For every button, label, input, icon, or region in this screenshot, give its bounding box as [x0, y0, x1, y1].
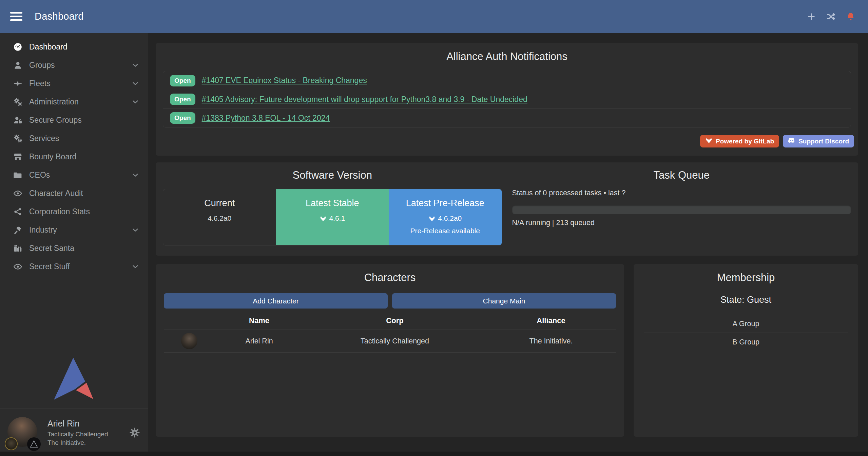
membership-title: Membership: [634, 272, 858, 284]
sidebar-item-label: Secret Stuff: [29, 262, 70, 271]
menu-icon[interactable]: [10, 12, 22, 21]
sidebar-item-secret-stuff[interactable]: Secret Stuff: [0, 257, 148, 276]
store-icon: [12, 152, 23, 161]
top-navbar: Dashboard: [0, 0, 868, 33]
user-info: Ariel Rin Tactically Challenged The Init…: [47, 418, 108, 447]
task-queue-status: Status of 0 processed tasks • last ?: [512, 189, 851, 197]
characters-panel: Characters Add Character Change Main Nam…: [156, 264, 624, 437]
cell-character-corp: Tactically Challenged: [304, 337, 486, 345]
bottom-edge: [0, 452, 868, 456]
notification-link[interactable]: #1407 EVE Equinox Status - Breaking Chan…: [202, 76, 367, 85]
sidebar-item-label: CEOs: [29, 171, 50, 180]
discord-badge[interactable]: Support Discord: [783, 135, 854, 147]
sidebar-item-label: Secure Groups: [29, 116, 82, 125]
chevron-down-icon: [131, 262, 139, 271]
share-nodes-icon: [12, 207, 23, 216]
task-queue-section: Task Queue Status of 0 processed tasks •…: [512, 169, 851, 245]
cell-character-name: Ariel Rin: [215, 337, 304, 345]
version-box-prerelease: Latest Pre-Release 4.6.2a0 Pre-Release a…: [389, 189, 502, 245]
user-lock-icon: [12, 115, 23, 125]
task-queue-progressbar: [512, 205, 851, 214]
status-badge: Open: [170, 94, 195, 105]
sidebar-item-administration[interactable]: Administration: [0, 93, 148, 111]
sidebar-item-secure-groups[interactable]: Secure Groups: [0, 111, 148, 129]
sidebar-item-label: Services: [29, 134, 59, 143]
status-badge: Open: [170, 75, 195, 86]
chevron-down-icon: [131, 171, 139, 179]
sidebar-item-secret-santa[interactable]: Secret Santa: [0, 239, 148, 257]
eye-icon: [12, 262, 23, 271]
notification-link[interactable]: #1383 Python 3.8 EOL - 14 Oct 2024: [202, 114, 330, 123]
notifications-title: Alliance Auth Notifications: [156, 51, 858, 63]
add-character-button[interactable]: Add Character: [164, 293, 388, 309]
task-queue-title: Task Queue: [512, 169, 851, 181]
fighter-jet-icon: [12, 79, 23, 88]
software-version-section: Software Version Current 4.6.2a0 Latest …: [163, 169, 502, 245]
sidebar-item-bounty-board[interactable]: Bounty Board: [0, 147, 148, 166]
alliance-logo: [27, 437, 41, 451]
user-avatar: [7, 415, 41, 450]
column-header-name: Name: [215, 316, 304, 325]
sidebar-item-services[interactable]: Services: [0, 129, 148, 147]
sidebar-item-label: Administration: [29, 97, 79, 106]
sidebar-item-label: Character Audit: [29, 189, 83, 198]
characters-title: Characters: [164, 272, 616, 284]
notification-link[interactable]: #1405 Advisory: Future development will …: [202, 95, 527, 104]
chevron-down-icon: [131, 226, 139, 234]
gauge-icon: [12, 42, 23, 52]
footer-badges: Powered by GitLab Support Discord: [160, 135, 854, 147]
sidebar-item-corporation-stats[interactable]: Corporation Stats: [0, 202, 148, 221]
notifications-panel: Alliance Auth Notifications Open #1407 E…: [156, 43, 858, 156]
sidebar-item-ceos[interactable]: CEOs: [0, 166, 148, 184]
corp-logo: [5, 437, 18, 450]
gears-icon: [12, 134, 23, 143]
change-main-button[interactable]: Change Main: [392, 293, 616, 309]
sidebar-item-dashboard[interactable]: Dashboard: [0, 38, 148, 56]
user-corp: Tactically Challenged: [47, 430, 108, 439]
gear-icon[interactable]: [129, 427, 140, 438]
plus-icon[interactable]: [806, 12, 816, 22]
column-header-corp: Corp: [304, 316, 486, 325]
column-header-alliance: Alliance: [486, 316, 616, 325]
discord-icon: [788, 137, 795, 146]
sidebar-item-character-audit[interactable]: Character Audit: [0, 184, 148, 202]
shuffle-icon[interactable]: [826, 12, 836, 22]
folder-icon: [12, 170, 23, 180]
sidebar: Dashboard Groups Fleets: [0, 33, 148, 456]
version-box-current: Current 4.6.2a0: [163, 189, 276, 245]
list-item: A Group: [644, 315, 848, 333]
sidebar-item-label: Dashboard: [29, 42, 67, 52]
character-portrait: [181, 333, 197, 349]
hammer-icon: [12, 225, 23, 235]
status-panel: Software Version Current 4.6.2a0 Latest …: [156, 162, 858, 256]
sidebar-item-label: Groups: [29, 61, 55, 70]
user-panel: Ariel Rin Tactically Challenged The Init…: [0, 409, 148, 456]
user-alliance: The Initiative.: [47, 439, 108, 447]
alliance-auth-logo: [0, 358, 148, 401]
user-name: Ariel Rin: [47, 418, 108, 429]
sidebar-item-industry[interactable]: Industry: [0, 221, 148, 239]
sidebar-item-groups[interactable]: Groups: [0, 56, 148, 74]
characters-table-header: Name Corp Alliance: [164, 312, 616, 330]
gitlab-icon: [705, 137, 713, 146]
main-content: Alliance Auth Notifications Open #1407 E…: [148, 33, 868, 456]
bell-icon[interactable]: [846, 12, 856, 22]
notifications-list: Open #1407 EVE Equinox Status - Breaking…: [163, 71, 851, 127]
chevron-down-icon: [131, 98, 139, 106]
sidebar-item-fleets[interactable]: Fleets: [0, 74, 148, 93]
gears-icon: [12, 97, 23, 106]
gitlab-badge[interactable]: Powered by GitLab: [700, 135, 779, 147]
membership-panel: Membership State: Guest A Group B Group: [634, 264, 858, 437]
navbar-actions: [806, 12, 856, 22]
sidebar-nav: Dashboard Groups Fleets: [0, 33, 148, 276]
version-box-stable: Latest Stable 4.6.1: [276, 189, 389, 245]
sidebar-item-label: Bounty Board: [29, 152, 76, 161]
cell-character-alliance: The Initiative.: [486, 337, 616, 345]
sidebar-item-label: Industry: [29, 225, 57, 235]
list-item: B Group: [644, 333, 848, 351]
gitlab-icon: [428, 215, 436, 222]
task-queue-counts: N/A running | 213 queued: [512, 219, 851, 227]
sidebar-item-label: Corporation Stats: [29, 207, 90, 216]
version-boxes: Current 4.6.2a0 Latest Stable 4.6.1 Late…: [163, 189, 502, 245]
software-version-title: Software Version: [163, 169, 502, 181]
